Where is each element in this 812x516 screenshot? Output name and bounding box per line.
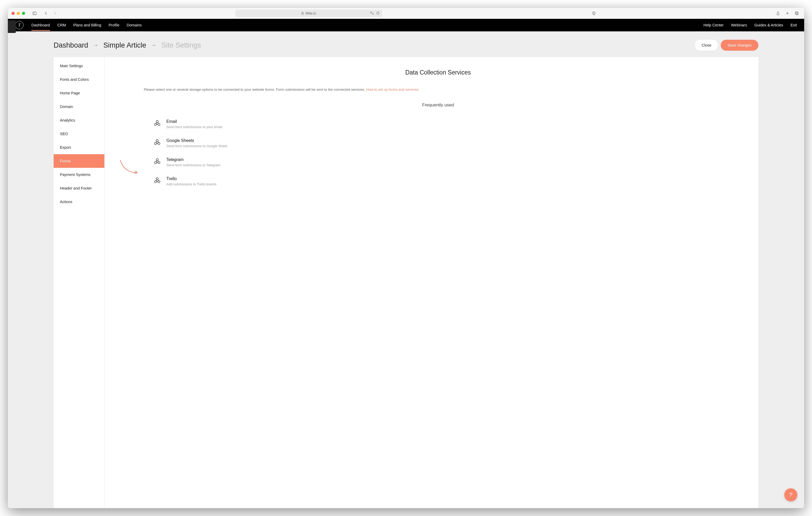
svg-point-19 xyxy=(156,159,158,161)
svg-point-25 xyxy=(156,178,158,180)
svg-line-10 xyxy=(156,122,157,123)
svg-line-17 xyxy=(158,142,158,143)
service-icon xyxy=(154,158,161,165)
annotation-arrow xyxy=(119,159,140,175)
settings-content: Main SettingsFonts and ColorsHome PageDo… xyxy=(54,57,365,232)
svg-point-21 xyxy=(158,161,160,164)
sidebar-item-fonts-and-colors[interactable]: Fonts and Colors xyxy=(54,73,105,86)
svg-line-16 xyxy=(156,142,157,143)
svg-rect-2 xyxy=(302,13,303,14)
nav-forward-button[interactable] xyxy=(51,10,59,17)
subheading: Frequently used xyxy=(144,102,365,108)
svg-line-22 xyxy=(156,160,157,161)
service-description: Add submissions to Trello boards xyxy=(166,182,216,186)
svg-point-20 xyxy=(154,161,157,164)
service-icon xyxy=(154,177,161,184)
svg-point-27 xyxy=(158,181,160,183)
nav-item-crm[interactable]: CRM xyxy=(57,23,66,27)
service-description: Send form submissions to Telegram xyxy=(166,163,220,167)
window-maximize-button[interactable] xyxy=(22,12,25,15)
browser-window: tilda.cc xyxy=(8,8,365,232)
pane-title: Data Collection Services xyxy=(144,69,365,76)
nav-item-domains[interactable]: Domains xyxy=(126,23,142,27)
nav-item-plans-and-billing[interactable]: Plans and Billing xyxy=(73,23,101,27)
service-name: Telegram xyxy=(166,157,220,162)
sidebar-item-domain[interactable]: Domain xyxy=(54,100,105,114)
sidebar-item-payment-systems[interactable]: Payment Systems xyxy=(54,168,105,181)
primary-nav: DashboardCRMPlans and BillingProfileDoma… xyxy=(31,23,142,27)
sidebar-item-main-settings[interactable]: Main Settings xyxy=(54,59,105,73)
sidebar-item-export[interactable]: Export xyxy=(54,141,105,154)
service-row-email[interactable]: EmailSend form submissions to your email xyxy=(144,115,365,133)
app-logo[interactable]: T xyxy=(15,21,24,29)
sidebar-item-home-page[interactable]: Home Page xyxy=(54,86,105,100)
service-icon xyxy=(154,120,161,126)
svg-point-14 xyxy=(154,143,157,145)
window-minimize-button[interactable] xyxy=(17,12,20,15)
service-row-trello[interactable]: TrelloAdd submissions to Trello boards xyxy=(144,172,365,191)
decorative-pattern xyxy=(8,20,16,33)
settings-main-pane: Data Collection Services Please select o… xyxy=(105,57,365,232)
pane-description: Please select one or several storage opt… xyxy=(144,87,365,93)
window-controls xyxy=(11,12,25,15)
service-description: Send form submissions to Google Sheet xyxy=(166,144,227,148)
service-name: Trello xyxy=(166,177,216,181)
sidebar-item-seo[interactable]: SEO xyxy=(54,127,105,141)
lock-icon xyxy=(301,12,304,14)
service-description: Send form submissions to your email xyxy=(166,125,222,129)
svg-point-7 xyxy=(156,121,158,123)
nav-item-dashboard[interactable]: Dashboard xyxy=(31,23,50,27)
breadcrumb-item-current: Site Settings xyxy=(162,41,201,50)
app-header: T DashboardCRMPlans and BillingProfileDo… xyxy=(8,19,365,31)
service-icon xyxy=(154,139,161,146)
browser-toolbar: tilda.cc xyxy=(8,8,365,19)
sidebar-item-header-and-footer[interactable]: Header and Footer xyxy=(54,181,105,195)
nav-item-profile[interactable]: Profile xyxy=(109,23,119,27)
svg-point-26 xyxy=(154,181,157,183)
svg-line-28 xyxy=(156,180,157,181)
services-list: EmailSend form submissions to your email… xyxy=(144,115,365,191)
page-body: Dashboard → Simple Article → Site Settin… xyxy=(8,31,365,232)
nav-back-button[interactable] xyxy=(42,10,50,17)
sidebar-toggle-icon[interactable] xyxy=(31,10,38,17)
svg-point-15 xyxy=(158,143,160,145)
service-row-google-sheets[interactable]: Google SheetsSend form submissions to Go… xyxy=(144,133,365,153)
breadcrumb-item[interactable]: Dashboard xyxy=(54,41,88,50)
svg-rect-0 xyxy=(33,12,36,14)
address-bar[interactable]: tilda.cc xyxy=(235,10,365,17)
sidebar-item-analytics[interactable]: Analytics xyxy=(54,114,105,127)
url-text: tilda.cc xyxy=(306,11,316,15)
breadcrumb-arrow-icon: → xyxy=(151,42,157,49)
service-name: Email xyxy=(166,119,222,124)
sidebar-item-actions[interactable]: Actions xyxy=(54,195,105,209)
svg-point-8 xyxy=(154,123,157,125)
settings-sidebar: Main SettingsFonts and ColorsHome PageDo… xyxy=(54,57,105,232)
svg-line-29 xyxy=(158,180,158,181)
breadcrumb-row: Dashboard → Simple Article → Site Settin… xyxy=(8,31,365,57)
svg-line-11 xyxy=(158,122,158,123)
sidebar-item-forms[interactable]: Forms xyxy=(54,154,105,168)
service-name: Google Sheets xyxy=(166,138,227,143)
breadcrumb-item[interactable]: Simple Article xyxy=(103,41,146,50)
svg-point-9 xyxy=(158,123,160,125)
svg-line-23 xyxy=(158,160,158,161)
app-logo-letter: T xyxy=(18,23,21,27)
breadcrumb-arrow-icon: → xyxy=(93,42,98,49)
svg-point-13 xyxy=(156,140,158,142)
service-row-telegram[interactable]: TelegramSend form submissions to Telegra… xyxy=(144,153,365,172)
window-close-button[interactable] xyxy=(11,12,14,15)
pane-description-text: Please select one or several storage opt… xyxy=(144,88,365,91)
